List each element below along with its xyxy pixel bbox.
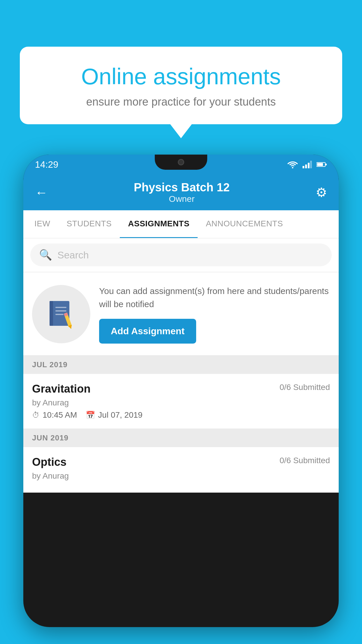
assignment-meta: ⏱ 10:45 AM 📅 Jul 07, 2019 [32,410,330,420]
tab-students[interactable]: STUDENTS [58,210,120,238]
app-content: 🔍 Search [23,238,339,493]
assignment-author-optics: by Anurag [32,471,330,481]
notebook-icon [45,298,77,330]
search-container: 🔍 Search [23,238,339,272]
svg-point-0 [292,167,294,169]
section-header-jul: JUL 2019 [23,356,339,374]
assignment-item-optics[interactable]: Optics 0/6 Submitted by Anurag [23,447,339,493]
assignment-date: Jul 07, 2019 [98,410,143,420]
tabs-bar: IEW STUDENTS ASSIGNMENTS ANNOUNCEMENTS [23,210,339,238]
add-assignment-button[interactable]: Add Assignment [99,319,196,344]
tab-assignments[interactable]: ASSIGNMENTS [120,210,198,238]
assignment-author: by Anurag [32,398,330,407]
back-button[interactable]: ← [35,185,48,200]
header-subtitle: Owner [134,194,230,204]
wifi-icon [287,161,298,168]
header-title-group: Physics Batch 12 Owner [134,181,230,204]
promo-icon-circle [32,285,90,343]
promo-text-group: You can add assignment(s) from here and … [99,284,330,344]
phone-container: 14:29 [23,155,339,644]
svg-rect-4 [310,161,312,168]
svg-rect-11 [55,310,66,312]
notch [155,155,207,170]
svg-rect-7 [326,164,327,165]
assignment-submitted-optics: 0/6 Submitted [280,456,330,465]
svg-rect-6 [317,163,323,166]
assignment-name: Gravitation [32,383,91,395]
speech-bubble-container: Online assignments ensure more practice … [20,47,342,124]
battery-icon [317,162,327,167]
section-header-jun: JUN 2019 [23,429,339,447]
meta-date: 📅 Jul 07, 2019 [86,410,143,420]
svg-rect-12 [55,314,64,315]
speech-bubble: Online assignments ensure more practice … [20,47,342,124]
clock-icon: ⏱ [32,411,40,420]
assignment-row-top-optics: Optics 0/6 Submitted [32,456,330,468]
meta-time: ⏱ 10:45 AM [32,410,77,420]
notch-camera [178,159,184,165]
status-icons [287,161,327,168]
svg-rect-10 [55,307,66,308]
assignment-submitted: 0/6 Submitted [280,383,330,392]
search-bar[interactable]: 🔍 Search [30,244,332,266]
header-title: Physics Batch 12 [134,181,230,194]
svg-rect-9 [50,301,53,326]
settings-button[interactable]: ⚙ [316,185,327,200]
tab-announcements[interactable]: ANNOUNCEMENTS [198,210,291,238]
promo-section: You can add assignment(s) from here and … [23,273,339,356]
search-icon: 🔍 [39,249,52,261]
app-header: ← Physics Batch 12 Owner ⚙ [23,174,339,210]
assignment-time: 10:45 AM [43,410,77,420]
svg-rect-2 [305,164,307,168]
tab-overview[interactable]: IEW [26,210,58,238]
promo-text: You can add assignment(s) from here and … [99,284,330,311]
signal-icon [303,161,312,168]
speech-bubble-subtitle: ensure more practice for your students [40,96,322,108]
svg-rect-1 [303,166,304,168]
status-time: 14:29 [35,159,58,170]
calendar-icon: 📅 [86,411,95,420]
phone-frame: 14:29 [23,155,339,627]
search-placeholder: Search [57,249,89,261]
status-bar: 14:29 [23,155,339,174]
assignment-row-top: Gravitation 0/6 Submitted [32,383,330,395]
assignment-name-optics: Optics [32,456,66,468]
assignment-item-gravitation[interactable]: Gravitation 0/6 Submitted by Anurag ⏱ 10… [23,374,339,429]
svg-rect-3 [308,163,310,168]
speech-bubble-title: Online assignments [40,64,322,89]
